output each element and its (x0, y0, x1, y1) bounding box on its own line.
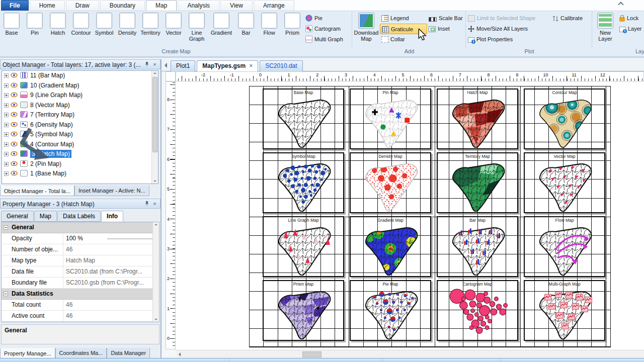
visibility-eye-icon[interactable] (11, 92, 18, 98)
gradient-map-button[interactable]: Gradient (208, 11, 234, 47)
layer-item[interactable]: 8 (Vector Map) (2, 101, 158, 111)
scale-bar-button[interactable]: Scale Bar (427, 13, 465, 24)
collapse-ribbon-icon[interactable] (618, 2, 623, 7)
base-map-button[interactable]: Base (0, 11, 23, 47)
property-row[interactable]: Total count46 (2, 300, 159, 311)
layer-item[interactable]: 9 (Line Graph Map) (2, 90, 158, 101)
opacity-slider[interactable] (107, 238, 155, 239)
property-group[interactable]: Data Statistics (2, 289, 159, 300)
tab-object-manager[interactable]: Object Manager - Total la... (0, 186, 74, 196)
visibility-eye-icon[interactable] (11, 72, 18, 78)
expand-icon[interactable] (4, 132, 9, 137)
expand-icon[interactable] (4, 73, 9, 78)
tab-arrange[interactable]: Arrange (254, 0, 294, 11)
layer-item[interactable]: 1 (Base Map) (2, 169, 158, 179)
map-frame-base[interactable]: Base Map (263, 88, 344, 149)
expand-icon[interactable] (4, 83, 9, 88)
map-frame-flow[interactable]: Flow Map (524, 216, 605, 277)
map-frame-pin[interactable]: Pin Map (350, 88, 431, 149)
tab-coordinates-manager[interactable]: Coordinates Ma... (55, 348, 107, 358)
expand-icon[interactable] (4, 93, 9, 98)
line-graph-map-button[interactable]: Line Graph (185, 11, 208, 47)
density-map-button[interactable]: Density (116, 11, 139, 47)
map-frame-pie[interactable]: Pie Map (350, 280, 431, 341)
visibility-eye-icon[interactable] (11, 102, 18, 108)
lock-layer-button[interactable]: Lock (618, 13, 642, 24)
expand-icon[interactable] (4, 142, 9, 147)
layer-item[interactable]: 11 (Bar Map) (2, 71, 158, 81)
layer-properties-button[interactable]: Layer (618, 24, 642, 34)
scroll-down-icon[interactable] (153, 180, 156, 182)
tab-info[interactable]: Info (101, 211, 123, 222)
legend-button[interactable]: Legend (380, 13, 427, 24)
tab-data-labels[interactable]: Data Labels (57, 211, 101, 222)
map-frame-prism[interactable]: Prism Map (263, 280, 344, 341)
close-panel-icon[interactable]: × (151, 61, 158, 68)
cartogram-map-button[interactable]: Cartogram (304, 24, 348, 34)
map-frame-multi-graph[interactable]: Multi-Graph Map (524, 280, 605, 341)
property-row[interactable]: Map typeHatch Map (2, 255, 159, 266)
symbol-map-button[interactable]: Symbol (93, 11, 116, 47)
tab-home[interactable]: Home (30, 0, 65, 11)
property-row[interactable]: Opacity100 % (2, 233, 159, 244)
prism-map-button[interactable]: Prism (281, 11, 304, 47)
map-frame-gradient[interactable]: Gradient Map (350, 216, 431, 277)
tab-property-manager[interactable]: Property Manage... (0, 348, 55, 358)
limit-to-selected-shape-button[interactable]: Limit to Selected Shape (466, 13, 551, 24)
expand-icon[interactable] (4, 162, 9, 166)
tree-scrollbar[interactable] (151, 71, 158, 184)
scroll-up-icon[interactable] (154, 224, 157, 225)
download-map-button[interactable]: Download Map (353, 11, 380, 47)
contour-map-button[interactable]: Contour (69, 11, 93, 47)
collapse-group-icon[interactable] (4, 225, 8, 230)
tab-analysis[interactable]: Analysis (178, 0, 219, 11)
pie-map-button[interactable]: Pie (304, 13, 348, 24)
map-frame-territory[interactable]: Territory Map (437, 152, 518, 213)
scroll-down-icon[interactable] (154, 319, 157, 320)
close-tab-icon[interactable]: × (249, 62, 253, 69)
doc-tab-sc2010[interactable]: SC2010.dat (260, 60, 302, 71)
grid-scrollbar[interactable] (152, 222, 159, 322)
scroll-up-icon[interactable] (153, 72, 156, 74)
flow-map-button[interactable]: Flow (258, 11, 281, 47)
pin-panel-icon[interactable] (143, 201, 150, 207)
hatch-map-button[interactable]: Hatch (46, 11, 69, 47)
property-row[interactable]: Boundary fileSC2010.gsb (from C:\Progr..… (2, 278, 159, 289)
doc-tab-maptypes[interactable]: MapTypes.gsm× (197, 60, 258, 72)
expand-icon[interactable] (4, 103, 9, 108)
expand-icon[interactable] (4, 152, 9, 156)
property-group[interactable]: General (2, 222, 159, 233)
tab-draw[interactable]: Draw (66, 0, 99, 11)
map-frame-cartogram[interactable]: Cartogram Map (437, 280, 518, 341)
tab-inset-manager[interactable]: Inset Manager - Active: N... (74, 186, 149, 196)
map-frame-vector[interactable]: Vector Map (524, 152, 605, 213)
map-frame-bar[interactable]: Bar Map (437, 216, 518, 277)
vector-map-button[interactable]: Vector (162, 11, 185, 47)
tab-map[interactable]: Map (146, 0, 177, 11)
tab-file[interactable]: File (1, 0, 29, 11)
close-panel-icon[interactable]: × (151, 201, 158, 207)
inset-button[interactable]: Inset (427, 24, 465, 34)
plot-properties-button[interactable]: Plot Properties (466, 34, 551, 45)
expand-icon[interactable] (4, 113, 9, 117)
tab-data-manager[interactable]: Data Manager (107, 348, 150, 358)
map-frame-hatch[interactable]: Hatch Map (437, 88, 518, 149)
map-frame-line-graph[interactable]: Line Graph Map (263, 216, 344, 277)
map-frame-contour[interactable]: Contour Map (524, 88, 605, 149)
layer-item[interactable]: 7 (Territory Map) (2, 110, 158, 120)
tab-map[interactable]: Map (34, 211, 57, 222)
pin-panel-icon[interactable] (143, 61, 150, 68)
pin-map-button[interactable]: Pin (23, 11, 46, 47)
tab-view[interactable]: View (220, 0, 253, 11)
doc-tab-plot1[interactable]: Plot1 (171, 60, 195, 71)
multi-graph-map-button[interactable]: Multi Graph (304, 34, 348, 45)
property-row[interactable]: Number of obje...46 (2, 244, 159, 255)
scroll-left-icon[interactable] (179, 352, 181, 356)
property-row[interactable]: Active count46 (2, 311, 159, 322)
visibility-eye-icon[interactable] (11, 112, 18, 117)
tab-general[interactable]: General (1, 211, 34, 222)
visibility-eye-icon[interactable] (11, 82, 18, 88)
tab-boundary[interactable]: Boundary (100, 0, 145, 11)
expand-icon[interactable] (4, 171, 9, 176)
property-row[interactable]: Data fileSC2010.dat (from C:\Progr... (2, 266, 159, 278)
